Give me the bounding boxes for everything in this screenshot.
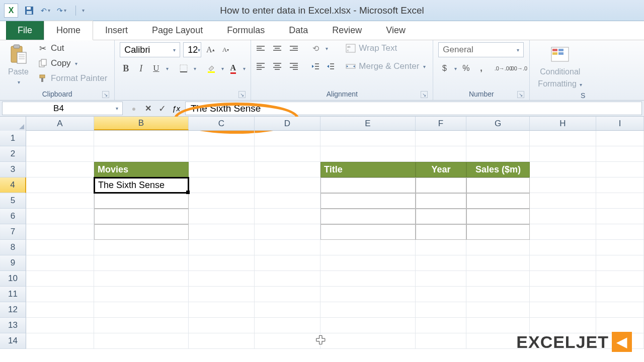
number-format-select[interactable]: General▾: [438, 42, 524, 57]
cell-B6-body[interactable]: [94, 209, 189, 224]
dialog-launcher-icon[interactable]: ↘: [421, 91, 428, 98]
decrease-font-icon[interactable]: A▾: [219, 44, 231, 56]
cell-C2[interactable]: [189, 146, 255, 162]
col-header-D[interactable]: D: [255, 117, 320, 130]
tab-review[interactable]: Review: [320, 21, 374, 40]
cell-A7[interactable]: [26, 224, 94, 240]
align-left-icon[interactable]: [256, 60, 268, 72]
cell-A10[interactable]: [26, 271, 94, 287]
row-header-5[interactable]: 5: [0, 193, 26, 209]
row-header-1[interactable]: 1: [0, 131, 26, 146]
col-header-F[interactable]: F: [416, 117, 466, 130]
cell-H7[interactable]: [530, 224, 596, 240]
cell-C7[interactable]: [189, 224, 255, 240]
cell-E11[interactable]: [320, 287, 416, 302]
cell-I10[interactable]: [596, 271, 644, 287]
cell-E3-header[interactable]: Title: [320, 162, 416, 177]
cell-H2[interactable]: [530, 146, 596, 162]
redo-icon[interactable]: ↷▾: [56, 6, 66, 16]
row-header-11[interactable]: 11: [0, 287, 26, 302]
col-header-G[interactable]: G: [466, 117, 530, 130]
cell-D9[interactable]: [255, 255, 320, 271]
tab-data[interactable]: Data: [277, 21, 320, 40]
increase-decimal-icon[interactable]: .0→.00: [497, 62, 509, 74]
col-header-I[interactable]: I: [596, 117, 644, 130]
cell-F11[interactable]: [416, 287, 466, 302]
align-middle-icon[interactable]: [271, 42, 283, 54]
cell-D7[interactable]: [255, 224, 320, 240]
cell-C9[interactable]: [189, 255, 255, 271]
cell-A14[interactable]: [26, 333, 94, 349]
formula-input[interactable]: The Sixth Sense: [185, 102, 642, 115]
paste-button[interactable]: Paste ▾: [5, 42, 32, 87]
cell-B8[interactable]: [94, 240, 189, 255]
cell-C5[interactable]: [189, 193, 255, 209]
cell-C6[interactable]: [189, 209, 255, 224]
cell-C3[interactable]: [189, 162, 255, 177]
cell-E7-body[interactable]: [320, 224, 416, 240]
cell-D1[interactable]: [255, 131, 320, 146]
align-top-icon[interactable]: [256, 42, 268, 54]
row-header-10[interactable]: 10: [0, 271, 26, 287]
cell-I3[interactable]: [596, 162, 644, 177]
align-bottom-icon[interactable]: [286, 42, 298, 54]
wrap-text-button[interactable]: abcWrap Text: [344, 42, 428, 54]
italic-button[interactable]: I: [135, 62, 147, 74]
row-header-2[interactable]: 2: [0, 146, 26, 162]
cell-H10[interactable]: [530, 271, 596, 287]
cell-G1[interactable]: [466, 131, 530, 146]
cell-C11[interactable]: [189, 287, 255, 302]
cell-F7-body[interactable]: [416, 224, 466, 240]
cell-F10[interactable]: [416, 271, 466, 287]
cell-A5[interactable]: [26, 193, 94, 209]
cell-E6-body[interactable]: [320, 209, 416, 224]
cell-G3-header[interactable]: Sales ($m): [466, 162, 530, 177]
comma-format-button[interactable]: ,: [475, 62, 487, 74]
cell-I8[interactable]: [596, 240, 644, 255]
cell-H12[interactable]: [530, 302, 596, 318]
fill-color-button[interactable]: [205, 62, 217, 74]
cell-G7-body[interactable]: [466, 224, 530, 240]
cell-G2[interactable]: [466, 146, 530, 162]
font-color-button[interactable]: A: [227, 62, 239, 74]
active-cell-B4[interactable]: The Sixth Sense: [94, 177, 189, 194]
cell-I2[interactable]: [596, 146, 644, 162]
tab-insert[interactable]: Insert: [93, 21, 140, 40]
cell-I13[interactable]: [596, 318, 644, 333]
cell-D4[interactable]: [255, 177, 320, 193]
cell-D14[interactable]: [255, 333, 320, 349]
cell-F6-body[interactable]: [416, 209, 466, 224]
cell-H1[interactable]: [530, 131, 596, 146]
cell-D2[interactable]: [255, 146, 320, 162]
row-header-8[interactable]: 8: [0, 240, 26, 255]
cell-B12[interactable]: [94, 302, 189, 318]
cell-E9[interactable]: [320, 255, 416, 271]
cancel-icon[interactable]: ✕: [142, 103, 154, 115]
cell-D3[interactable]: [255, 162, 320, 177]
cell-A11[interactable]: [26, 287, 94, 302]
tab-file[interactable]: File: [6, 21, 44, 40]
cell-B7-body[interactable]: [94, 224, 189, 240]
cell-G8[interactable]: [466, 240, 530, 255]
col-header-E[interactable]: E: [320, 117, 416, 130]
cell-F12[interactable]: [416, 302, 466, 318]
dialog-launcher-icon[interactable]: ↘: [238, 91, 246, 98]
insert-function-icon[interactable]: ƒx: [170, 103, 182, 115]
cell-D5[interactable]: [255, 193, 320, 209]
cell-B14[interactable]: [94, 333, 189, 349]
cut-button[interactable]: ✂Cut: [36, 42, 109, 54]
font-size-select[interactable]: 12▾: [183, 42, 201, 57]
cell-D8[interactable]: [255, 240, 320, 255]
tab-view[interactable]: View: [374, 21, 418, 40]
cell-D10[interactable]: [255, 271, 320, 287]
increase-indent-icon[interactable]: [325, 60, 337, 72]
cell-G10[interactable]: [466, 271, 530, 287]
cell-E8[interactable]: [320, 240, 416, 255]
bold-button[interactable]: B: [120, 62, 132, 74]
cell-G13[interactable]: [466, 318, 530, 333]
col-header-H[interactable]: H: [530, 117, 596, 130]
cell-A3[interactable]: [26, 162, 94, 177]
cell-F3-header[interactable]: Year: [416, 162, 466, 177]
cell-F8[interactable]: [416, 240, 466, 255]
dialog-launcher-icon[interactable]: ↘: [102, 91, 109, 98]
